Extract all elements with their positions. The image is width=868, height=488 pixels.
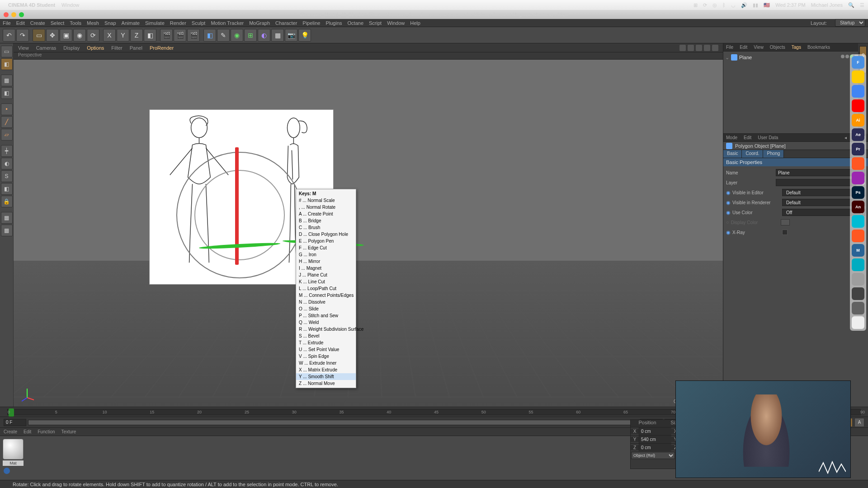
wifi-icon[interactable]: ◡ [731,2,736,8]
menu-item-stitch-and-sew[interactable]: P ... Stitch and Sew [296,312,356,319]
visibility-dot[interactable] [845,55,849,58]
menu-item-plane-cut[interactable]: J ... Plane Cut [296,272,356,278]
menu-item-mirror[interactable]: H ... Mirror [296,258,356,265]
environment-button[interactable]: ▦ [271,29,284,42]
object-list[interactable]: ⌄ Plane [723,52,868,133]
render-solo-button[interactable]: ▦ [1,225,13,236]
cube-primitive-button[interactable]: ◧ [203,29,216,42]
om-tab-edit[interactable]: Edit [740,45,747,50]
dock-app-icon[interactable] [852,157,864,170]
dock-app-icon[interactable]: M [852,244,864,257]
edges-mode-button[interactable]: ╱ [1,116,13,128]
menu-item-polygon-pen[interactable]: E ... Polygon Pen [296,238,356,244]
material-label[interactable]: Mat [3,460,24,466]
axis-mode-button[interactable]: ┿ [1,145,13,157]
menu-item-slide[interactable]: O ... Slide [296,305,356,312]
menu-item-brush[interactable]: C ... Brush [296,224,356,231]
clock[interactable]: Wed 2:37 PM [775,2,805,8]
dock-app-icon[interactable] [852,230,864,242]
attr-tab-coord[interactable]: Coord. [742,150,763,158]
menu-mesh[interactable]: Mesh [87,20,99,26]
menu-item-connect-points-edges[interactable]: M ... Connect Points/Edges [296,292,356,299]
deformer-button[interactable]: ◐ [258,29,270,42]
menu-simulate[interactable]: Simulate [145,20,165,26]
dock-app-icon[interactable]: Pr [852,143,864,155]
attr-tab-basic[interactable]: Basic [723,150,742,158]
om-tab-bookmarks[interactable]: Bookmarks [807,45,830,50]
workplane-button[interactable]: ◧ [1,87,13,99]
scale-tool[interactable]: ▣ [60,29,72,42]
menu-plugins[interactable]: Plugins [326,20,342,26]
vp-nav-icon[interactable] [704,45,710,51]
start-frame-input[interactable] [4,419,26,426]
vp-menu-prorender[interactable]: ProRender [150,45,174,51]
dock-app-icon[interactable]: Ae [852,128,864,141]
menu-octane[interactable]: Octane [348,20,363,26]
coord-pos-input[interactable]: 0 cm [639,444,671,451]
cloner-button[interactable]: ⊞ [244,29,257,42]
menu-edit[interactable]: Edit [16,20,25,26]
notification-icon[interactable]: ☰ [860,2,864,8]
axis-y-button[interactable]: Y [117,29,129,42]
dock-app-icon[interactable] [852,215,864,228]
coord-system-button[interactable]: ◧ [144,29,156,42]
render-region-button[interactable]: 🎬 [174,29,186,42]
am-tab-edit[interactable]: Edit [744,135,751,140]
mat-menu-texture[interactable]: Texture [61,429,76,434]
maximize-icon[interactable] [19,12,24,17]
app-name[interactable]: CINEMA 4D Student [8,2,55,8]
vp-menu-view[interactable]: View [18,45,29,51]
dock-app-icon[interactable] [852,258,864,271]
dock-app-icon[interactable]: Ai [852,114,864,127]
vp-menu-cameras[interactable]: Cameras [36,45,57,51]
lock-button[interactable]: 🔒 [1,196,13,207]
menu-tools[interactable]: Tools [70,20,81,26]
vp-nav-icon[interactable] [712,45,718,51]
menu-window[interactable]: Window [387,20,405,26]
dock-app-icon[interactable] [852,99,864,112]
vp-menu-filter[interactable]: Filter [111,45,122,51]
redo-button[interactable]: ↷ [16,29,29,42]
menu-item-spin-edge[interactable]: V ... Spin Edge [296,353,356,360]
dock-app-icon[interactable] [852,287,864,300]
dock-app-icon[interactable] [852,85,864,98]
key-pla-button[interactable]: A [854,418,864,427]
menu-item-normal-scale[interactable]: # ... Normal Scale [296,197,356,204]
object-name[interactable]: Plane [739,55,752,60]
om-tab-tags[interactable]: Tags [792,45,801,50]
axis-z-button[interactable]: Z [130,29,143,42]
pen-tool-button[interactable]: ✎ [217,29,230,42]
dock-app-icon[interactable] [852,316,864,329]
dock-app-icon[interactable]: An [852,201,864,213]
menu-character[interactable]: Character [275,20,297,26]
menu-mograph[interactable]: MoGraph [249,20,270,26]
mat-menu-function[interactable]: Function [38,429,55,434]
attr-tab-phong[interactable]: Phong [763,150,784,158]
attr-xray-checkbox[interactable] [782,230,788,235]
render-view-button[interactable]: 🎬 [160,29,173,42]
vp-nav-icon[interactable] [679,45,686,51]
subdiv-button[interactable]: ◉ [231,29,243,42]
bluetooth-icon[interactable]: ᛒ [722,2,726,8]
menu-item-create-point[interactable]: A ... Create Point [296,211,356,217]
menu-item-dissolve[interactable]: N ... Dissolve [296,299,356,305]
om-tab-file[interactable]: File [726,45,733,50]
coord-mode-select[interactable]: Object (Rel) [631,452,675,459]
coord-pos-input[interactable]: 0 cm [639,427,671,435]
mac-menu-window[interactable]: Window [61,2,79,8]
am-tab-mode[interactable]: Mode [726,135,737,140]
am-nav-icon[interactable]: ◂ [844,135,847,140]
spotlight-icon[interactable]: 🔍 [848,2,854,8]
light-button[interactable]: 💡 [298,29,311,42]
menu-render[interactable]: Render [170,20,186,26]
coord-pos-input[interactable]: 540 cm [639,436,671,443]
vp-menu-panel[interactable]: Panel [130,45,142,51]
menu-item-magnet[interactable]: I ... Magnet [296,265,356,272]
lasttool-button[interactable]: ⟳ [87,29,99,42]
menu-item-edge-cut[interactable]: F ... Edge Cut [296,244,356,251]
polygons-mode-button[interactable]: ▱ [1,129,13,141]
menu-item-normal-move[interactable]: Z ... Normal Move [296,380,356,387]
menu-item-weld[interactable]: Q ... Weld [296,319,356,326]
undo-button[interactable]: ↶ [3,29,15,42]
vp-nav-icon[interactable] [688,45,694,51]
